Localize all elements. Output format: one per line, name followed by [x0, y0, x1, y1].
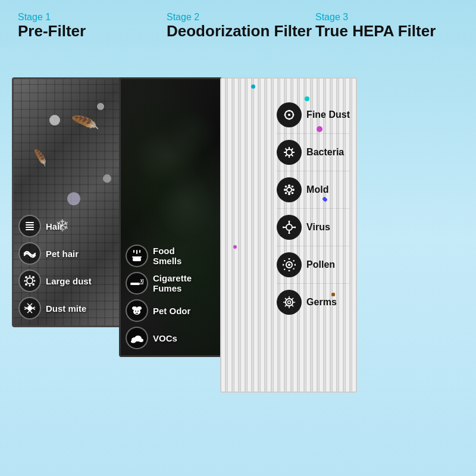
- svg-point-46: [286, 117, 287, 118]
- svg-point-63: [292, 186, 294, 188]
- svg-point-57: [287, 187, 292, 192]
- svg-point-32: [135, 311, 136, 312]
- bacteria-label: Bacteria: [306, 147, 344, 158]
- svg-line-15: [30, 303, 32, 306]
- svg-line-55: [292, 149, 293, 151]
- svg-point-65: [292, 192, 294, 195]
- list-item: Pet Odor: [126, 299, 231, 322]
- list-item: Germs: [277, 284, 350, 321]
- main-container: Stage 1 Pre-Filter Stage 2 Deodorization…: [0, 0, 476, 476]
- svg-point-73: [283, 227, 284, 228]
- svg-point-71: [289, 221, 290, 223]
- hair-icon: [18, 215, 41, 237]
- list-item: Pollen: [277, 246, 350, 284]
- svg-line-94: [286, 305, 287, 306]
- svg-point-42: [284, 114, 286, 116]
- svg-point-12: [34, 280, 36, 282]
- cigarette-icon: [126, 272, 148, 295]
- svg-point-40: [289, 110, 290, 112]
- svg-point-78: [295, 264, 296, 266]
- list-item: VOCs: [126, 327, 231, 349]
- svg-point-4: [27, 278, 33, 284]
- vocs-label: VOCs: [153, 333, 177, 343]
- svg-point-82: [284, 269, 285, 270]
- svg-rect-28: [140, 283, 143, 284]
- pet-odor-icon: [126, 299, 148, 322]
- pet-hair-icon: [18, 242, 41, 265]
- list-item: Fine Dust: [277, 96, 350, 134]
- filters-area: 🪶 🪶 ❄ Hair Pet hair: [0, 77, 476, 476]
- svg-point-45: [292, 111, 293, 112]
- svg-point-33: [137, 311, 139, 312]
- svg-point-39: [288, 114, 290, 116]
- svg-point-84: [284, 260, 285, 261]
- svg-line-14: [27, 303, 30, 306]
- stage-1-label: Stage 1 Pre-Filter: [18, 12, 167, 40]
- pet-odor-label: Pet Odor: [153, 306, 190, 316]
- list-item: Mold: [277, 171, 350, 209]
- hepa-items: Fine Dust: [277, 96, 350, 321]
- filter-stage-3: Fine Dust: [220, 77, 357, 393]
- svg-point-5: [25, 276, 27, 278]
- svg-point-7: [25, 283, 27, 286]
- svg-point-58: [288, 184, 290, 187]
- svg-rect-2: [26, 227, 34, 228]
- svg-line-20: [27, 311, 30, 313]
- list-item: FoodSmells: [126, 245, 231, 267]
- stage2-items: FoodSmells CigaretteFumes: [121, 239, 236, 355]
- stage-3-name: True HEPA Filter: [315, 23, 464, 40]
- germs-icon: [277, 290, 302, 315]
- svg-point-72: [289, 233, 290, 234]
- svg-line-92: [292, 305, 293, 306]
- svg-point-77: [289, 258, 290, 260]
- svg-line-54: [292, 155, 293, 156]
- svg-rect-27: [130, 283, 140, 285]
- virus-icon: [277, 215, 302, 240]
- mold-icon: [277, 177, 302, 202]
- svg-point-41: [289, 118, 290, 120]
- svg-point-10: [29, 285, 31, 287]
- stage-2-name: Deodorization Filter: [167, 23, 315, 40]
- svg-point-83: [293, 268, 295, 270]
- svg-line-19: [32, 308, 35, 309]
- svg-rect-23: [133, 250, 134, 253]
- svg-point-44: [286, 111, 287, 112]
- dust-mite-label: Dust mite: [46, 303, 86, 314]
- list-item: Bacteria: [277, 134, 350, 171]
- fine-dust-label: Fine Dust: [306, 109, 350, 120]
- svg-line-93: [292, 298, 293, 299]
- svg-line-21: [30, 311, 32, 313]
- svg-point-47: [292, 117, 293, 118]
- fine-dust-icon: [277, 102, 302, 127]
- food-smell-icon: [126, 245, 148, 267]
- virus-label: Virus: [306, 222, 330, 233]
- svg-line-53: [286, 149, 287, 151]
- stage-3-label: Stage 3 True HEPA Filter: [315, 12, 464, 40]
- vocs-icon: [126, 327, 148, 349]
- svg-point-66: [286, 224, 292, 230]
- svg-point-86: [288, 301, 291, 304]
- germs-label: Germs: [306, 297, 337, 308]
- svg-point-60: [284, 189, 286, 191]
- svg-point-64: [285, 192, 287, 195]
- stage-1-name: Pre-Filter: [18, 23, 167, 40]
- stage-labels: Stage 1 Pre-Filter Stage 2 Deodorization…: [18, 12, 464, 40]
- svg-line-56: [286, 155, 287, 156]
- list-item: Virus: [277, 209, 350, 246]
- svg-point-59: [288, 193, 290, 195]
- food-smell-label: FoodSmells: [153, 246, 181, 266]
- svg-point-37: [131, 340, 136, 343]
- svg-point-76: [288, 264, 290, 266]
- svg-rect-22: [136, 250, 137, 254]
- svg-point-43: [293, 114, 295, 116]
- svg-rect-26: [133, 258, 141, 261]
- svg-point-11: [24, 280, 26, 282]
- svg-point-74: [295, 227, 296, 228]
- svg-point-79: [289, 270, 290, 272]
- stage-1-num: Stage 1: [18, 12, 167, 23]
- mold-label: Mold: [306, 184, 328, 195]
- svg-point-80: [283, 264, 284, 266]
- svg-rect-0: [26, 222, 34, 223]
- bacteria-icon: [277, 140, 302, 165]
- large-dust-label: Large dust: [46, 276, 92, 286]
